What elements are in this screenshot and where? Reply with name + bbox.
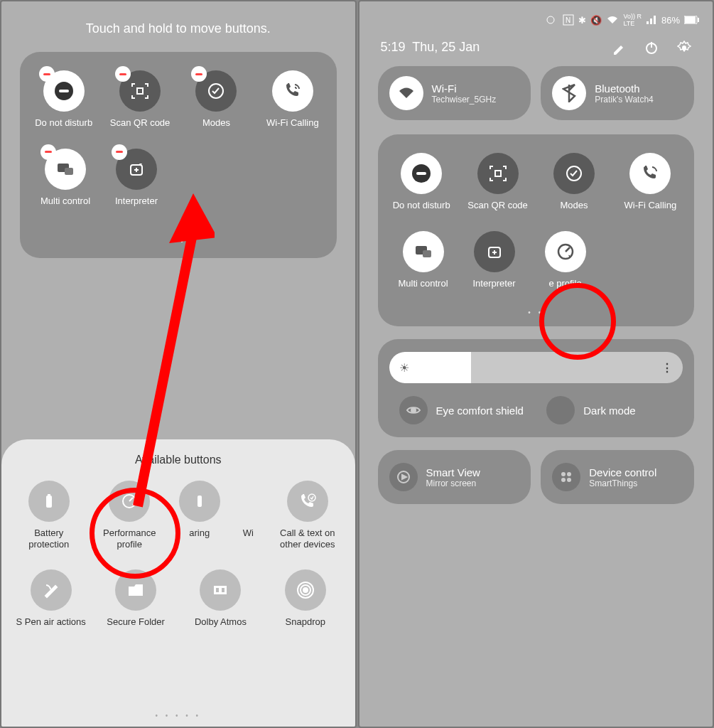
battery-percent: 86% (661, 15, 680, 26)
svg-rect-23 (685, 16, 696, 23)
avail-call-text[interactable]: Call & text on other devices (272, 481, 343, 550)
tile-scan-qr[interactable]: Scan QR code (104, 70, 175, 129)
svg-text:N: N (566, 16, 570, 24)
svg-rect-7 (46, 496, 52, 508)
svg-rect-1 (59, 90, 69, 92)
eye-icon (399, 396, 428, 424)
sun-icon: ☀ (399, 361, 409, 375)
tile-do-not-disturb[interactable]: Do not disturb (28, 70, 99, 129)
nfc-icon: N (563, 14, 574, 26)
svg-point-41 (561, 478, 566, 482)
cast-icon (389, 463, 418, 491)
svg-rect-2 (137, 88, 143, 94)
avail-secure-folder[interactable]: Secure Folder (100, 569, 171, 628)
active-tiles-panel: Do not disturb Scan QR code Modes Wi-Fi … (20, 52, 337, 258)
settings-icon[interactable] (677, 41, 691, 55)
svg-rect-14 (222, 588, 225, 592)
svg-rect-8 (48, 494, 50, 496)
edit-panel-hint: Touch and hold to move buttons. (1, 1, 355, 52)
page-indicator: • • (384, 309, 689, 316)
page-indicator: • • • • • (1, 712, 355, 719)
signal-icon (646, 15, 657, 25)
svg-rect-33 (423, 250, 431, 257)
volte-icon: Vo)) RLTE (623, 13, 642, 27)
tile-do-not-disturb[interactable]: Do not disturb (386, 153, 457, 211)
svg-rect-29 (416, 172, 426, 175)
battery-icon (684, 16, 700, 24)
avail-sharing[interactable]: aring (175, 481, 225, 550)
wifi-icon (606, 15, 619, 25)
clock-row: 5:19 Thu, 25 Jan (359, 27, 713, 62)
eye-comfort-toggle[interactable]: Eye comfort shield (399, 396, 526, 424)
tile-interpreter[interactable]: Interpreter (459, 231, 530, 289)
svg-point-36 (411, 408, 416, 412)
svg-marker-38 (402, 475, 406, 479)
svg-rect-30 (495, 171, 501, 176)
brightness-slider[interactable]: ☀ ⋮ (389, 352, 683, 383)
available-title: Available buttons (9, 454, 348, 466)
dark-mode-toggle[interactable]: Dark mode (546, 396, 673, 424)
bluetooth-icon (552, 76, 586, 110)
tile-scan-qr[interactable]: Scan QR code (463, 153, 534, 211)
svg-rect-10 (198, 496, 202, 507)
device-control-card[interactable]: Device controlSmartThings (541, 450, 694, 504)
status-bar: N ✱ 🔇 Vo)) RLTE 86% (359, 1, 713, 27)
tile-interpreter[interactable]: Interpreter (101, 149, 172, 207)
smart-view-card[interactable]: Smart ViewMirror screen (378, 450, 531, 504)
tile-modes[interactable]: Modes (539, 153, 610, 211)
remove-icon[interactable] (191, 66, 207, 82)
svg-point-11 (308, 494, 315, 501)
left-screenshot: Touch and hold to move buttons. Do not d… (0, 0, 357, 728)
quick-tiles-panel: Do not disturb Scan QR code Modes Wi-Fi … (378, 134, 695, 326)
avail-battery-protection[interactable]: Battery protection (13, 481, 85, 550)
wifi-card[interactable]: Wi-FiTechwiser_5GHz (378, 66, 531, 120)
svg-rect-13 (216, 588, 219, 592)
svg-point-15 (303, 588, 308, 592)
nearby-icon (546, 15, 558, 25)
power-icon[interactable] (644, 41, 659, 55)
moon-icon (546, 396, 575, 424)
remove-icon[interactable] (40, 144, 56, 160)
brightness-card: ☀ ⋮ Eye comfort shield Dark mode (378, 339, 695, 437)
avail-snapdrop[interactable]: Snapdrop (270, 569, 341, 628)
svg-point-40 (567, 472, 571, 476)
page-indicator: • • (26, 226, 331, 248)
tile-multi-control[interactable]: Multi control (30, 149, 101, 207)
avail-performance-profile[interactable]: Performance profile (94, 481, 165, 550)
avail-wireless[interactable]: Wi (234, 481, 262, 550)
edit-icon[interactable] (612, 41, 626, 55)
grid-icon (552, 463, 580, 491)
svg-rect-12 (214, 586, 227, 594)
tile-multi-control[interactable]: Multi control (388, 231, 459, 289)
tile-performance-profile[interactable]: e profile (530, 231, 601, 289)
remove-icon[interactable] (115, 66, 131, 82)
svg-point-42 (567, 478, 571, 482)
avail-spen[interactable]: S Pen air actions (16, 569, 87, 628)
bluetooth-card[interactable]: BluetoothPratik's Watch4 (541, 66, 694, 120)
tile-wifi-calling[interactable]: Wi-Fi Calling (257, 70, 328, 129)
wifi-icon (389, 76, 423, 110)
more-icon[interactable]: ⋮ (661, 361, 673, 375)
time-text: 5:19 (381, 40, 406, 54)
bt-status-icon: ✱ (578, 15, 586, 26)
tile-wifi-calling[interactable]: Wi-Fi Calling (615, 153, 686, 211)
tile-modes[interactable]: Modes (180, 70, 251, 129)
date-text: Thu, 25 Jan (412, 40, 480, 54)
mute-icon: 🔇 (590, 15, 602, 26)
svg-rect-24 (698, 18, 699, 22)
svg-point-39 (561, 472, 566, 476)
right-screenshot: N ✱ 🔇 Vo)) RLTE 86% 5:19 Thu, 25 Jan Wi-… (358, 0, 715, 728)
available-buttons-panel: Available buttons Battery protection Per… (1, 439, 355, 727)
remove-icon[interactable] (39, 66, 55, 82)
remove-icon[interactable] (112, 144, 127, 160)
svg-rect-5 (65, 168, 73, 175)
avail-dolby[interactable]: Dolby Atmos (185, 569, 256, 628)
